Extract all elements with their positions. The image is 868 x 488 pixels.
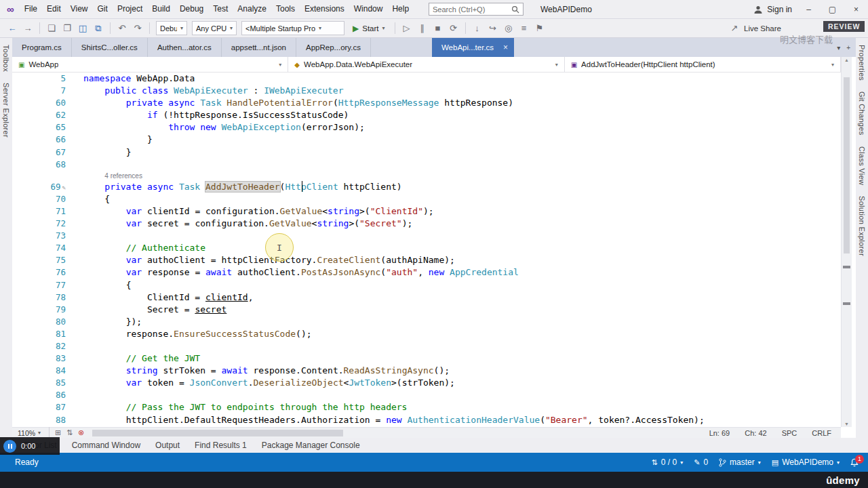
code-line-76[interactable]: 76 var response = await authoClient.Post… <box>12 266 841 279</box>
restart-icon[interactable]: ⟳ <box>447 23 460 33</box>
menu-tools[interactable]: Tools <box>271 0 300 18</box>
codelens-references[interactable]: 4 references <box>12 171 841 181</box>
tab-webapi-ter-cs[interactable]: WebApi...ter.cs× <box>432 38 514 57</box>
save-icon[interactable]: ◫ <box>76 23 90 33</box>
menu-file[interactable]: File <box>20 0 42 18</box>
platform-dropdown[interactable]: Any CPU▾ <box>192 21 237 35</box>
save-all-icon[interactable]: ⧉ <box>92 23 105 34</box>
code-line-81[interactable]: 81 response.EnsureSuccessStatusCode(); <box>12 328 841 340</box>
code-line-70[interactable]: 70 { <box>12 193 841 205</box>
code-line-80[interactable]: 80 }); <box>12 316 841 328</box>
vertical-scrollbar[interactable]: ▲ ▼ <box>841 57 852 427</box>
tab-program-cs[interactable]: Program.cs <box>12 38 72 57</box>
scrollbar-thumb[interactable] <box>844 77 850 253</box>
nav-backward-icon[interactable]: ← <box>5 23 19 33</box>
scroll-down-icon[interactable]: ▼ <box>842 422 852 426</box>
maximize-button[interactable]: ▢ <box>821 0 844 19</box>
comment-icon[interactable]: ≡ <box>517 23 531 33</box>
nav-forward-icon[interactable]: → <box>21 23 35 33</box>
start-debugging-button[interactable]: ▶Start▾ <box>348 21 390 36</box>
code-line-75[interactable]: 75 var authoClient = httpClientFactory.C… <box>12 254 841 266</box>
error-indicator-icon[interactable]: ⊗ <box>75 428 87 437</box>
code-line-73[interactable]: 73 <box>12 230 841 242</box>
git-sync-status[interactable]: ⇅ 0 / 0 ▾ <box>652 458 684 467</box>
menu-help[interactable]: Help <box>387 0 414 18</box>
menu-analyze[interactable]: Analyze <box>233 0 271 18</box>
menu-edit[interactable]: Edit <box>42 0 66 18</box>
breadcrumb-2[interactable]: ◆WebApp.Data.WebApiExecuter▾ <box>288 57 564 72</box>
sync-view-icon[interactable]: ⇅ <box>64 428 75 437</box>
code-line-84[interactable]: 84 string strToken = await response.Cont… <box>12 365 841 377</box>
code-line-60[interactable]: 60 private async Task HandlePotentialErr… <box>12 97 841 109</box>
float-tab-icon[interactable]: + <box>846 44 850 52</box>
code-line-68[interactable]: 68 <box>12 159 841 171</box>
code-line-86[interactable]: 86 <box>12 389 841 401</box>
minimize-button[interactable]: – <box>797 0 821 19</box>
bottom-panel-tab-command-window[interactable]: Command Window <box>66 441 146 450</box>
tool-window-tab-git-changes[interactable]: Git Changes <box>858 92 866 135</box>
run-without-debug-icon[interactable]: ▷ <box>400 23 414 33</box>
scroll-up-icon[interactable]: ▲ <box>842 58 852 62</box>
step-over-icon[interactable]: ↪ <box>486 23 500 33</box>
code-line-66[interactable]: 66 } <box>12 134 841 146</box>
tab-overflow-icon[interactable]: ▾ <box>837 44 840 52</box>
break-all-icon[interactable]: ∥ <box>416 23 429 33</box>
bottom-panel-tab-package-manager-console[interactable]: Package Manager Console <box>256 441 366 450</box>
new-file-icon[interactable]: ❏ <box>45 23 58 33</box>
step-into-icon[interactable]: ↓ <box>471 23 484 33</box>
code-line-65[interactable]: 65 throw new WebApiException(errorJson); <box>12 121 841 134</box>
undo-icon[interactable]: ↶ <box>115 23 129 33</box>
code-line-87[interactable]: 87 // Pass the JWT to endpoints through … <box>12 401 841 413</box>
find-in-files-icon[interactable]: ◎ <box>502 23 515 33</box>
tab-shirtsc-oller-cs[interactable]: ShirtsC...oller.cs <box>72 38 148 57</box>
menu-project[interactable]: Project <box>113 0 147 18</box>
code-line-85[interactable]: 85 var token = JsonConvert.DeserializeOb… <box>12 377 841 389</box>
pan-view-icon[interactable]: ⊞ <box>52 428 64 437</box>
close-icon[interactable]: × <box>503 43 508 52</box>
code-line-72[interactable]: 72 var secret = configuration.GetValue<s… <box>12 218 841 230</box>
code-line-71[interactable]: 71 var clientId = configuration.GetValue… <box>12 205 841 218</box>
scrollbar-thumb[interactable] <box>92 430 343 436</box>
breadcrumb-3[interactable]: ▣AddJwtToHeader(HttpClient httpClient)▾ <box>565 57 841 72</box>
code-line-74[interactable]: 74 // Authenticate <box>12 242 841 254</box>
menu-debug[interactable]: Debug <box>175 0 208 18</box>
open-file-icon[interactable]: ❐ <box>60 23 74 33</box>
tab-apprep-ory-cs[interactable]: AppRep...ory.cs <box>296 38 371 57</box>
code-line-83[interactable]: 83 // Get the JWT <box>12 352 841 365</box>
pause-button[interactable] <box>3 440 16 453</box>
breadcrumb-1[interactable]: ▣WebApp▾ <box>12 57 288 72</box>
menu-window[interactable]: Window <box>349 0 388 18</box>
zoom-control[interactable]: 110% ▾ <box>12 429 46 437</box>
code-line-69[interactable]: 69✎ private async Task AddJwtToHeader(Ht… <box>12 181 841 193</box>
code-line-7[interactable]: 7 public class WebApiExecuter : IWebApiE… <box>12 85 841 97</box>
sign-in-button[interactable]: Sign in <box>753 0 792 19</box>
tool-window-tab-server-explorer[interactable]: Server Explorer <box>2 83 10 138</box>
redo-icon[interactable]: ↷ <box>131 23 144 33</box>
git-branch-selector[interactable]: master ▾ <box>719 458 761 467</box>
tab-appsett-nt-json[interactable]: appsett...nt.json <box>222 38 296 57</box>
bottom-panel-tab-output[interactable]: Output <box>149 441 186 450</box>
menu-extensions[interactable]: Extensions <box>300 0 349 18</box>
code-line-78[interactable]: 78 ClientId = clientId, <box>12 291 841 304</box>
stop-icon[interactable]: ■ <box>431 23 445 33</box>
code-line-77[interactable]: 77 { <box>12 279 841 291</box>
configuration-dropdown[interactable]: Debu▾ <box>156 21 187 35</box>
code-line-5[interactable]: 5namespace WebApp.Data <box>12 73 841 85</box>
tool-window-tab-toolbox[interactable]: Toolbox <box>2 45 10 72</box>
code-line-62[interactable]: 62 if (!httpResponse.IsSuccessStatusCode… <box>12 109 841 121</box>
horizontal-scrollbar[interactable] <box>87 428 700 439</box>
tool-window-tab-class-view[interactable]: Class View <box>858 146 866 185</box>
close-button[interactable]: × <box>844 0 868 19</box>
code-line-82[interactable]: 82 <box>12 340 841 352</box>
bottom-panel-tab-find-results-1[interactable]: Find Results 1 <box>189 441 253 450</box>
tool-window-tab-solution-explorer[interactable]: Solution Explorer <box>858 196 866 256</box>
menu-git[interactable]: Git <box>93 0 113 18</box>
code-line-88[interactable]: 88 httpClient.DefaultRequestHeaders.Auth… <box>12 414 841 426</box>
tab-authen-ator-cs[interactable]: Authen...ator.cs <box>148 38 222 57</box>
menu-build[interactable]: Build <box>147 0 175 18</box>
menu-view[interactable]: View <box>66 0 93 18</box>
notifications-button[interactable]: 1 <box>850 458 859 467</box>
bookmark-icon[interactable]: ⚑ <box>533 23 547 33</box>
live-share-button[interactable]: ↗Live Share <box>728 23 781 33</box>
code-line-79[interactable]: 79 Secret = secret <box>12 304 841 316</box>
